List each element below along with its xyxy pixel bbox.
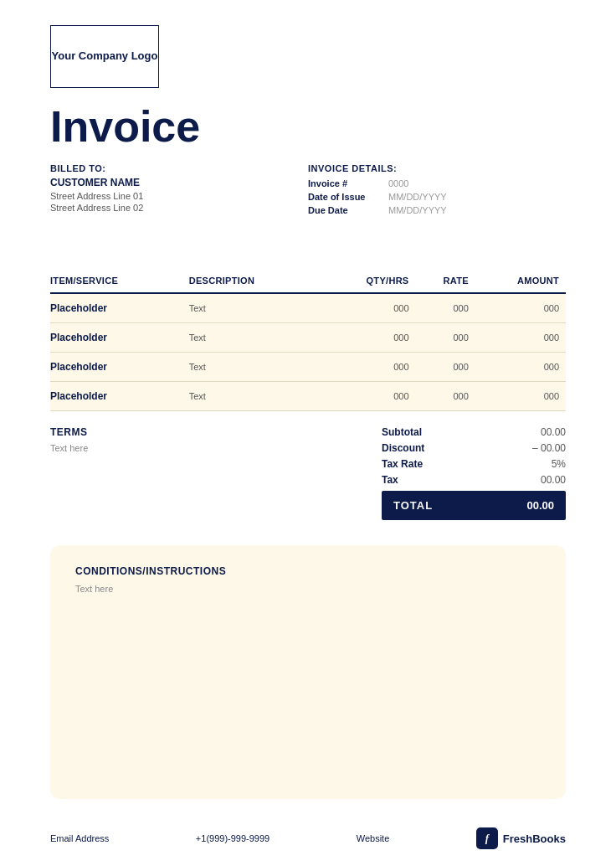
row-amount-3: 000 xyxy=(475,382,566,411)
freshbooks-logo: f FreshBooks xyxy=(476,827,566,849)
invoice-details-block: INVOICE DETAILS: Invoice # 0000 Date of … xyxy=(308,163,566,219)
tax-label: Tax xyxy=(382,474,398,486)
invoice-number-val: 0000 xyxy=(388,178,408,188)
tax-row: Tax 00.00 xyxy=(382,474,566,486)
subtotal-value: 00.00 xyxy=(520,426,566,438)
row-qty-2: 000 xyxy=(324,353,416,382)
tax-rate-row: Tax Rate 5% xyxy=(382,458,566,470)
col-header-qty: QTY/HRS xyxy=(324,269,416,293)
row-amount-0: 000 xyxy=(475,293,566,323)
row-item-2: Placeholder xyxy=(50,353,189,382)
row-desc-0: Text xyxy=(189,293,324,323)
conditions-title: CONDITIONS/INSTRUCTIONS xyxy=(75,565,541,577)
row-amount-2: 000 xyxy=(475,353,566,382)
row-qty-3: 000 xyxy=(324,382,416,411)
row-rate-1: 000 xyxy=(416,323,475,353)
discount-value: – 00.00 xyxy=(520,442,566,454)
conditions-block: CONDITIONS/INSTRUCTIONS Text here xyxy=(50,545,566,799)
items-table-wrapper: ITEM/SERVICE DESCRIPTION QTY/HRS RATE AM… xyxy=(50,269,566,411)
subtotal-row: Subtotal 00.00 xyxy=(382,426,566,438)
row-rate-0: 000 xyxy=(416,293,475,323)
total-bar: TOTAL 00.00 xyxy=(382,491,566,520)
table-row: Placeholder Text 000 000 000 xyxy=(50,382,566,411)
table-row: Placeholder Text 000 000 000 xyxy=(50,293,566,323)
terms-title: TERMS xyxy=(50,426,357,438)
footer-website: Website xyxy=(357,833,390,843)
footer-email: Email Address xyxy=(50,833,109,843)
table-row: Placeholder Text 000 000 000 xyxy=(50,323,566,353)
due-date-row: Due Date MM/DD/YYYY xyxy=(308,205,447,215)
tax-rate-label: Tax Rate xyxy=(382,458,423,470)
row-desc-2: Text xyxy=(189,353,324,382)
date-of-issue-row: Date of Issue MM/DD/YYYY xyxy=(308,192,447,202)
tax-rate-value: 5% xyxy=(520,458,566,470)
row-item-1: Placeholder xyxy=(50,323,189,353)
row-amount-1: 000 xyxy=(475,323,566,353)
terms-block: TERMS Text here xyxy=(50,426,382,453)
row-item-3: Placeholder xyxy=(50,382,189,411)
invoice-number-key: Invoice # xyxy=(308,178,383,188)
discount-row: Discount – 00.00 xyxy=(382,442,566,454)
row-qty-0: 000 xyxy=(324,293,416,323)
totals-block: Subtotal 00.00 Discount – 00.00 Tax Rate… xyxy=(382,426,566,520)
billing-section: BILLED TO: CUSTOMER NAME Street Address … xyxy=(50,163,566,219)
due-date-val: MM/DD/YYYY xyxy=(388,205,447,215)
invoice-details-label: INVOICE DETAILS: xyxy=(308,163,397,173)
total-label: TOTAL xyxy=(393,499,433,512)
company-logo: Your Company Logo xyxy=(50,25,159,88)
total-value: 00.00 xyxy=(526,499,554,512)
date-of-issue-val: MM/DD/YYYY xyxy=(388,192,447,202)
tax-value: 00.00 xyxy=(520,474,566,486)
billed-to-block: BILLED TO: CUSTOMER NAME Street Address … xyxy=(50,163,308,219)
freshbooks-icon: f xyxy=(476,827,498,849)
billed-to-label: BILLED TO: xyxy=(50,163,308,173)
address-line-1: Street Address Line 01 xyxy=(50,191,308,201)
row-rate-3: 000 xyxy=(416,382,475,411)
invoice-title: Invoice xyxy=(50,105,566,148)
invoice-number-row: Invoice # 0000 xyxy=(308,178,408,188)
row-rate-2: 000 xyxy=(416,353,475,382)
subtotal-label: Subtotal xyxy=(382,426,422,438)
footer-phone: +1(999)-999-9999 xyxy=(196,833,270,843)
summary-section: TERMS Text here Subtotal 00.00 Discount … xyxy=(50,426,566,520)
date-of-issue-key: Date of Issue xyxy=(308,192,383,202)
items-table: ITEM/SERVICE DESCRIPTION QTY/HRS RATE AM… xyxy=(50,269,566,411)
col-header-amount: AMOUNT xyxy=(475,269,566,293)
row-qty-1: 000 xyxy=(324,323,416,353)
terms-text: Text here xyxy=(50,443,357,453)
row-desc-1: Text xyxy=(189,323,324,353)
address-line-2: Street Address Line 02 xyxy=(50,203,308,213)
col-header-item: ITEM/SERVICE xyxy=(50,269,189,293)
col-header-description: DESCRIPTION xyxy=(189,269,324,293)
table-row: Placeholder Text 000 000 000 xyxy=(50,353,566,382)
row-desc-3: Text xyxy=(189,382,324,411)
discount-label: Discount xyxy=(382,442,424,454)
col-header-rate: RATE xyxy=(416,269,475,293)
row-item-0: Placeholder xyxy=(50,293,189,323)
freshbooks-brand: FreshBooks xyxy=(503,832,566,845)
footer: Email Address +1(999)-999-9999 Website f… xyxy=(50,819,566,849)
conditions-text: Text here xyxy=(75,584,541,594)
due-date-key: Due Date xyxy=(308,205,383,215)
customer-name: CUSTOMER NAME xyxy=(50,177,308,188)
